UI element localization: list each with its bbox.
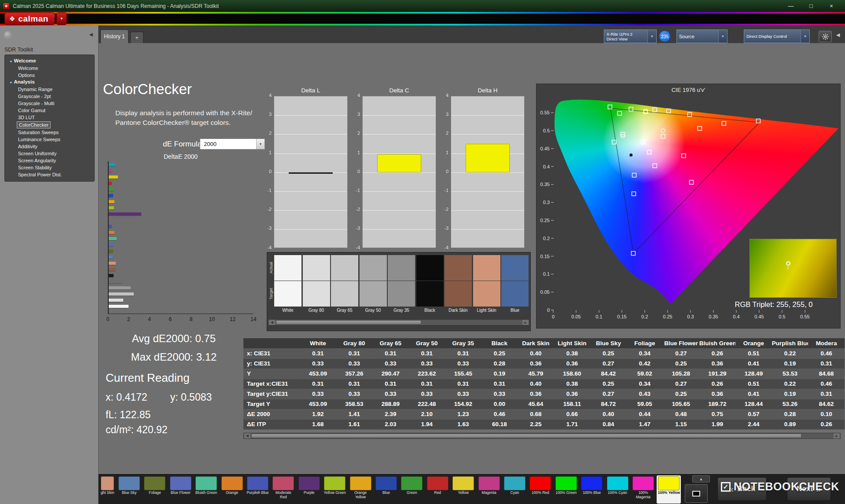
scroll-left-icon[interactable]: ◀ [244, 433, 250, 438]
scroll-right-icon[interactable]: ► [522, 320, 529, 325]
table-cell: 0.31 [300, 348, 336, 358]
table-cell: 0.43 [627, 389, 663, 399]
expander-icon[interactable]: ▴ [10, 58, 12, 64]
row-label: Target x:CIE31 [243, 379, 300, 389]
strip-scroll-thumb[interactable] [276, 320, 421, 325]
home-icon[interactable] [4, 31, 11, 39]
tab-history-1[interactable]: History 1 [100, 29, 129, 43]
chevron-down-icon: ▼ [60, 17, 63, 21]
add-tab-button[interactable]: + [130, 32, 143, 43]
sidebar-item-saturation-sweeps[interactable]: Saturation Sweeps [5, 129, 94, 136]
svg-text:0.2: 0.2 [543, 236, 550, 241]
patch-button-100-yellow[interactable]: 100% Yellow [657, 475, 681, 504]
table-cell: 0.28 [481, 358, 518, 369]
sidebar-item-screen-stability[interactable]: Screen Stability [5, 164, 94, 171]
patch-button-100-green[interactable]: 100% Green [554, 475, 578, 504]
right-panel-collapse-button[interactable]: ◀ [836, 32, 840, 38]
scroll-left-icon[interactable]: ◀ [269, 320, 275, 325]
x-tick-label: 12 [230, 316, 235, 322]
sidebar-item-dynamic-range[interactable]: Dynamic Range [5, 86, 94, 93]
patch-button-100-cyan[interactable]: 100% Cyan [606, 475, 630, 504]
maximize-button[interactable]: □ [801, 3, 821, 9]
table-cell: 358.53 [336, 399, 373, 409]
close-button[interactable]: × [821, 3, 841, 9]
expand-patch-list-button[interactable]: ▲ [692, 475, 710, 482]
patch-button-cyan[interactable]: Cyan [503, 475, 527, 504]
sidebar-item-options[interactable]: Options [5, 72, 94, 79]
patch-button-blue[interactable]: Blue [374, 475, 398, 504]
strip-scrollbar[interactable]: ◀ ► [268, 319, 529, 325]
sidebar-collapse-button[interactable]: ◀ [89, 32, 93, 37]
sidebar-item-3d-lut[interactable]: 3D LUT [5, 114, 94, 121]
sidebar-item-luminance-sweeps[interactable]: Luminance Sweeps [5, 136, 94, 143]
table-cell: 0.44 [627, 409, 663, 419]
display-control-label: Direct Display Control [746, 34, 798, 39]
patch-button-100-red[interactable]: 100% Red [528, 475, 552, 504]
tree-section-analysis[interactable]: ▴Analysis [5, 79, 94, 86]
patch-color [401, 476, 422, 490]
display-control-select[interactable]: Direct Display Control ▼ [744, 29, 810, 43]
patch-button-blue-flower[interactable]: Blue Flower [169, 475, 193, 504]
chevron-down-icon[interactable]: ▼ [718, 30, 727, 43]
minimize-button[interactable]: — [781, 3, 801, 9]
pattern-window-button[interactable] [685, 484, 708, 503]
meter-select[interactable]: X-Rite i1Pro 2 Direct View ▼ [604, 29, 657, 43]
patch-button-orange-yellow[interactable]: Orange Yellow [349, 475, 373, 504]
patch-button-magenta[interactable]: Magenta [477, 475, 501, 504]
table-cell: 0.31 [372, 379, 409, 389]
patch-button-orange[interactable]: Orange [220, 475, 244, 504]
logo-menu-button[interactable]: ▼ [56, 12, 67, 25]
window-title: Calman 2025 Calman Ultimate for Business… [13, 3, 219, 9]
table-scrollbar[interactable]: ◀ ► [243, 433, 841, 439]
patch-button-moderate-red[interactable]: Moderate Red [271, 475, 295, 504]
patch-button-green[interactable]: Green [400, 475, 424, 504]
table-cell: 84.42 [590, 369, 627, 379]
chevron-down-icon[interactable]: ▼ [647, 30, 656, 43]
patch-button-red[interactable]: Red [426, 475, 450, 504]
sidebar-item-color-gamut[interactable]: Color Gamut [5, 107, 94, 114]
chevron-down-icon[interactable]: ▼ [256, 139, 265, 149]
patch-button-ght-skin[interactable]: ght Skin [99, 475, 115, 504]
patch-button-100-magenta[interactable]: 100% Magenta [631, 475, 655, 504]
patch-button-foliage[interactable]: Foliage [143, 475, 167, 504]
tree-section-welcome[interactable]: ▴Welcome [5, 58, 94, 65]
patch-button-yellow-green[interactable]: Yellow Green [323, 475, 347, 504]
patch-button-bluish-green[interactable]: Bluish Green [194, 475, 218, 504]
table-cell: 0.33 [372, 389, 409, 399]
patch-button-blue-sky[interactable]: Blue Sky [117, 475, 141, 504]
sidebar-item-screen-angularity[interactable]: Screen Angularity [5, 157, 94, 164]
scroll-right-icon[interactable]: ► [834, 433, 840, 438]
back-button[interactable]: « Back [717, 477, 767, 501]
sidebar-item-colorchecker[interactable]: ColorChecker [17, 121, 51, 128]
sidebar-item-spectral-power-dist-[interactable]: Spectral Power Dist. [5, 171, 94, 178]
sidebar-item-grayscale-2pt[interactable]: Grayscale - 2pt [5, 93, 94, 100]
titlebar: ❖ Calman 2025 Calman Ultimate for Busine… [0, 0, 845, 12]
patch-button-purple[interactable]: Purple [297, 475, 321, 504]
sidebar-item-additivity[interactable]: Additivity [5, 143, 94, 150]
sidebar-item-screen-uniformity[interactable]: Screen Uniformity [5, 150, 94, 157]
expander-icon[interactable]: ▴ [10, 79, 12, 85]
source-select[interactable]: Source ▼ [676, 29, 727, 43]
column-header: Light Skin [554, 338, 591, 348]
measurement-square [632, 173, 636, 177]
measurement-square [661, 135, 665, 139]
table-cell: 0.40 [518, 348, 554, 358]
svg-text:0.4: 0.4 [733, 314, 739, 319]
table-cell: 0.36 [554, 389, 591, 399]
settings-button[interactable] [819, 31, 832, 42]
calman-logo[interactable]: ❖ calman ▼ [4, 12, 67, 25]
sidebar-item-welcome[interactable]: Welcome [5, 65, 94, 72]
meter-mode: Direct View [606, 37, 645, 41]
table-cell: 0.27 [590, 358, 627, 369]
patch-button-purplish-blue[interactable]: Purplish Blue [246, 475, 270, 504]
chevron-down-icon[interactable]: ▼ [801, 30, 809, 43]
patch-button-yellow[interactable]: Yellow [451, 475, 475, 504]
de-formula-select[interactable]: 2000 ▼ [200, 139, 265, 150]
patch-button-100-blue[interactable]: 100% Blue [580, 475, 604, 504]
table-scroll-thumb[interactable] [251, 434, 801, 438]
table-cell: 0.38 [554, 379, 591, 389]
sidebar-item-grayscale-multi[interactable]: Grayscale - Multi [5, 100, 94, 107]
reading-fl: fL: 122.85 [106, 409, 151, 421]
deltae-x-axis: 02468101214 [108, 316, 257, 323]
next-button[interactable]: Next » [787, 477, 831, 501]
